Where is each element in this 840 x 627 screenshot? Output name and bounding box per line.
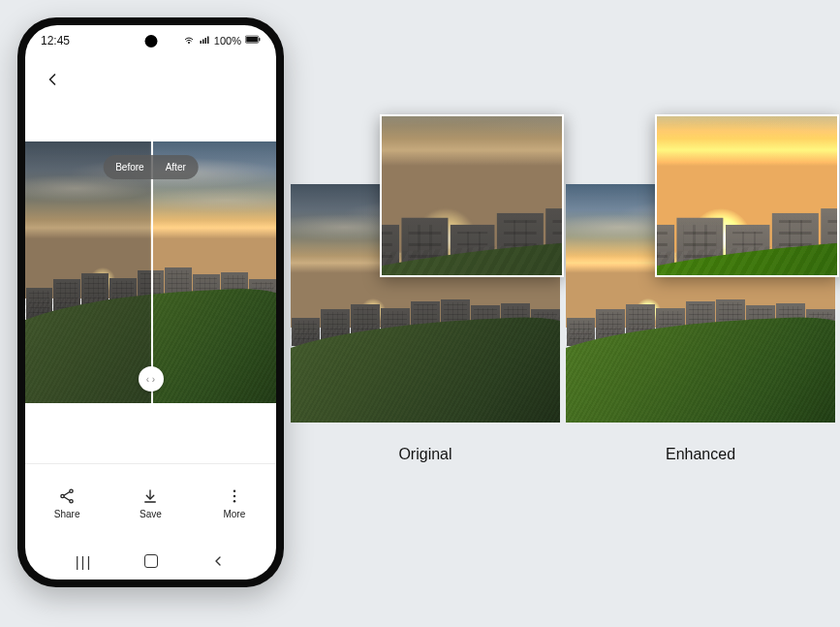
svg-rect-4 xyxy=(207,37,209,45)
svg-point-10 xyxy=(70,500,73,503)
share-button[interactable]: Share xyxy=(38,487,96,519)
after-label[interactable]: After xyxy=(156,158,196,176)
download-icon xyxy=(141,487,159,505)
comparison-enhanced: Enhanced xyxy=(566,184,835,423)
editor-area: Before After ‹ › xyxy=(25,103,276,463)
more-label: More xyxy=(223,509,245,519)
status-time: 12:45 xyxy=(41,34,70,47)
back-nav-icon xyxy=(210,553,226,569)
save-button[interactable]: Save xyxy=(121,487,179,519)
image-canvas[interactable]: Before After ‹ › xyxy=(25,141,276,403)
home-nav[interactable] xyxy=(132,554,171,568)
signal-icon xyxy=(199,34,210,47)
back-button[interactable] xyxy=(39,66,66,93)
save-label: Save xyxy=(140,509,162,519)
share-icon xyxy=(58,487,76,505)
more-vertical-icon xyxy=(226,487,243,505)
phone-screen: 12:45 100% xyxy=(25,25,276,580)
svg-point-9 xyxy=(61,494,64,497)
enhanced-crop-inset xyxy=(655,114,839,277)
editor-header xyxy=(25,56,276,103)
before-after-toggle[interactable]: Before After xyxy=(103,155,199,179)
compare-slider-knob[interactable]: ‹ › xyxy=(139,366,164,392)
svg-rect-7 xyxy=(259,38,260,41)
svg-point-15 xyxy=(233,490,235,492)
svg-point-0 xyxy=(188,42,189,43)
original-label: Original xyxy=(291,446,560,463)
camera-punch-hole xyxy=(144,35,157,47)
svg-line-11 xyxy=(64,492,70,496)
compare-slider-line[interactable] xyxy=(151,141,153,403)
phone-frame: 12:45 100% xyxy=(17,17,284,587)
svg-point-16 xyxy=(233,495,235,497)
recents-icon: ||| xyxy=(76,553,93,570)
enhanced-label: Enhanced xyxy=(566,446,835,463)
wifi-icon xyxy=(183,34,195,47)
svg-rect-1 xyxy=(200,41,202,44)
home-icon xyxy=(144,554,158,568)
before-label[interactable]: Before xyxy=(106,158,153,176)
back-nav[interactable] xyxy=(199,553,237,569)
bottom-toolbar: Share Save More xyxy=(25,463,276,543)
svg-rect-6 xyxy=(246,37,258,43)
svg-point-8 xyxy=(70,489,73,492)
svg-rect-2 xyxy=(202,40,204,45)
svg-rect-3 xyxy=(204,38,206,44)
share-label: Share xyxy=(54,509,80,519)
status-right-cluster: 100% xyxy=(183,34,261,47)
comparison-original: Original xyxy=(291,184,560,423)
svg-point-17 xyxy=(233,500,235,502)
battery-text: 100% xyxy=(214,35,241,47)
chevron-left-icon xyxy=(43,70,62,89)
original-crop-inset xyxy=(380,114,564,277)
recents-nav[interactable]: ||| xyxy=(65,553,104,570)
more-button[interactable]: More xyxy=(205,487,264,519)
battery-icon xyxy=(245,35,261,47)
svg-line-12 xyxy=(64,497,70,501)
system-nav-bar: ||| xyxy=(25,543,276,580)
